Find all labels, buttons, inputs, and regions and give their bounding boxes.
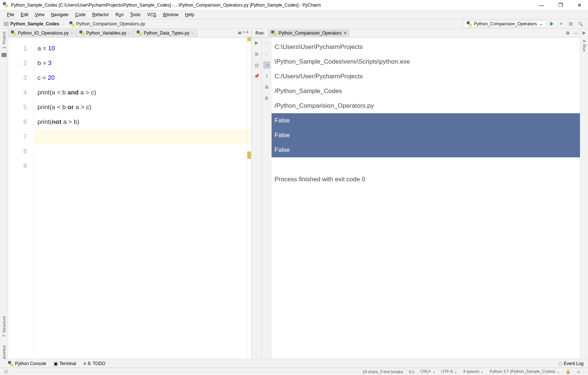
python-file-icon [11,31,16,36]
menu-code[interactable]: Code [72,11,89,18]
menubar: File Edit View Navigate Code Refactor Ru… [0,10,588,19]
code-body[interactable]: a = 10 b = 3 c = 20 print(a < b and a > … [35,38,251,375]
selected-output: False [272,113,580,128]
run-config-name: Python_Comparision_Operators [474,21,537,26]
app-icon [3,2,9,8]
close-button[interactable]: ✕ [574,2,585,8]
menu-file[interactable]: File [4,11,17,18]
search-everywhere-button[interactable]: 🔍 [576,20,584,28]
stop-button[interactable] [567,20,575,28]
run-config-select[interactable]: Python_Comparision_Operators ⌄ [463,20,546,28]
rerun-button[interactable] [253,40,260,46]
menu-navigate[interactable]: Navigate [48,11,72,18]
left-sidebar: 1: Project 7: Structure 2: Favorites ★ [0,29,8,375]
crumb-file: Python_Comparision_Operators.py [76,21,145,26]
lock-icon[interactable]: 🔒 [563,369,574,374]
status-indent[interactable]: 4 spaces ⌄ [460,369,487,374]
error-stripe[interactable] [247,38,251,375]
hector-icon[interactable]: ☺ [574,369,584,374]
right-sidebar: ▶ 4: Run [580,29,588,375]
menu-vcs[interactable]: VCS [144,11,159,18]
close-icon[interactable]: × [191,31,193,35]
menu-edit[interactable]: Edit [17,11,32,18]
editor-pane: Python_IO_Operations.py × Python_Variabl… [8,29,251,375]
status-chars: 18 chars, 3 line breaks [359,369,406,374]
breadcrumb-indicator[interactable]: ⬓ ≡ 4 [235,29,251,37]
tab-variables[interactable]: Python_Variables.py × [76,29,134,37]
selected-output: False [272,128,580,143]
up-button[interactable]: ↑ [263,40,270,46]
bottom-python-console[interactable]: Python Console [4,361,50,366]
sidebar-structure[interactable]: 7: Structure [1,313,7,340]
bottom-terminal[interactable]: ▣ Terminal [50,361,80,366]
status-line-endings[interactable]: CRLF ⌄ [417,369,438,374]
status-encoding[interactable]: UTF-8 ⌄ [438,369,460,374]
event-log-button[interactable]: ◌ Event Log [559,361,584,366]
line-gutter: 1 2 3 4 5 6 7 8 9 [8,38,35,375]
breadcrumb[interactable]: Python_Sample_Codes 〉 Python_Comparision… [4,21,145,27]
editor-tabs: Python_IO_Operations.py × Python_Variabl… [8,29,251,38]
statusbar: ◻ 18 chars, 3 line breaks 5:1 CRLF ⌄ UTF… [0,368,588,375]
python-file-icon [69,21,75,26]
bottom-todo[interactable]: ≡ 6: TODO [80,361,109,366]
menu-refactor[interactable]: Refactor [89,11,112,18]
run-tool-window: Run: Python_Comparision_Operators × ✿ — … [251,29,580,375]
tab-io-operations[interactable]: Python_IO_Operations.py × [8,29,76,37]
minimize-panel-icon[interactable]: — [572,31,580,36]
close-icon[interactable]: × [128,31,130,35]
titlebar: Python_Sample_Codes [C:\Users\User\Pycha… [0,0,588,10]
tab-data-types[interactable]: Python_Data_Types.py × [134,29,197,37]
python-file-icon [79,31,85,36]
status-pos[interactable]: 5:1 [406,369,417,374]
python-icon [271,31,276,36]
soft-wrap-button[interactable]: ⇥ [263,62,270,68]
project-folder-icon[interactable] [1,53,7,57]
python-file-icon [137,31,142,36]
menu-help[interactable]: Help [182,11,198,18]
stop-process-button[interactable] [253,51,260,57]
pin-button[interactable]: 📌 [253,73,260,79]
close-icon[interactable]: × [71,31,73,35]
run-toolbar: ▤ 📌 ↑ ↓ ⇥ ↧ 🖶 🗑 [252,38,272,375]
chevron-down-icon: ⌄ [539,21,543,26]
window-title: Python_Sample_Codes [C:\Users\User\Pycha… [11,3,536,8]
python-icon [467,21,472,26]
bottom-toolbar: Python Console ▣ Terminal ≡ 6: TODO ◌ Ev… [0,359,588,368]
sidebar-project[interactable]: 1: Project [1,29,7,51]
code-editor[interactable]: 1 2 3 4 5 6 7 8 9 a = 10 b = 3 c = 20 pr… [8,38,251,375]
folder-icon [4,22,9,26]
layout-button[interactable]: ▤ [253,62,260,68]
clear-button[interactable]: 🗑 [263,95,270,101]
menu-window[interactable]: Window [159,11,182,18]
run-button[interactable] [548,20,556,28]
toolbar: Python_Sample_Codes 〉 Python_Comparision… [0,19,588,29]
maximize-button[interactable]: ❐ [555,2,566,8]
settings-icon[interactable]: ✿ [564,31,572,36]
menu-tools[interactable]: Tools [127,11,144,18]
print-button[interactable]: 🖶 [263,84,270,90]
tool-window-quick[interactable]: ◻ [4,369,8,374]
run-label: Run: [252,31,268,36]
menu-run[interactable]: Run [112,11,127,18]
status-interpreter[interactable]: Python 3.7 (Python_Sample_Codes) ⌄ [487,369,563,374]
debug-button[interactable]: ⌖ [557,20,565,28]
menu-view[interactable]: View [32,11,48,18]
selected-output: False [272,143,580,157]
down-button[interactable]: ↓ [263,51,270,57]
scroll-end-button[interactable]: ↧ [263,73,270,79]
close-icon[interactable]: × [344,31,347,36]
crumb-project: Python_Sample_Codes [10,21,59,26]
minimize-button[interactable]: — [536,2,547,8]
run-console[interactable]: C:\Users\User\PycharmProjects \Python_Sa… [272,38,580,375]
sidebar-run[interactable]: 4: Run [581,37,588,54]
run-tab[interactable]: Python_Comparision_Operators × [268,29,349,37]
